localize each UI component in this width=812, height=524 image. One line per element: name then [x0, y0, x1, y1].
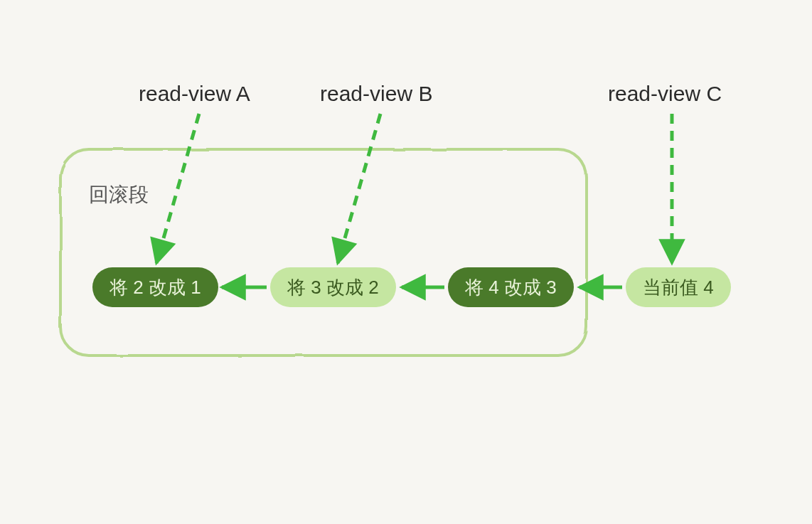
- node-4: 当前值 4: [626, 267, 731, 307]
- label-readview-a: read-view A: [139, 82, 250, 106]
- node-3: 将 4 改成 3: [448, 267, 574, 307]
- node-2: 将 3 改成 2: [270, 267, 396, 307]
- rollback-segment-box: [60, 149, 587, 355]
- diagram-canvas: read-view A read-view B read-view C 回滚段 …: [0, 0, 812, 524]
- label-readview-c: read-view C: [608, 82, 722, 106]
- diagram-svg: [0, 0, 812, 524]
- arrow-readview-a: [156, 114, 199, 263]
- arrow-readview-b: [338, 114, 380, 263]
- label-readview-b: read-view B: [320, 82, 432, 106]
- section-title: 回滚段: [89, 181, 149, 208]
- node-1: 将 2 改成 1: [92, 267, 218, 307]
